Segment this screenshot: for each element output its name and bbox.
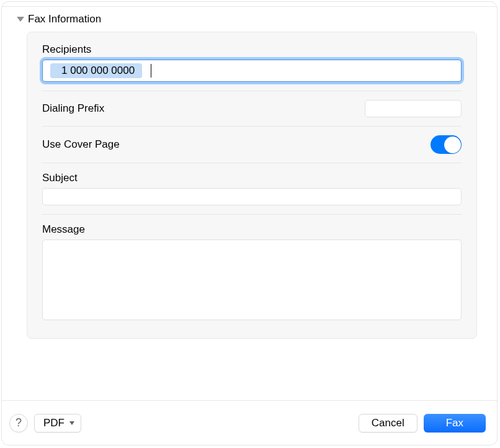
help-button[interactable]: ? [9, 414, 28, 432]
divider [42, 163, 462, 163]
fax-info-panel: Recipients 1 000 000 0000 Dialing Prefix… [27, 32, 477, 339]
message-textarea[interactable] [42, 240, 462, 320]
top-divider [2, 2, 497, 7]
chevron-down-icon [17, 17, 24, 22]
bottom-bar: ? PDF Cancel Fax [2, 400, 497, 445]
dialing-prefix-input[interactable] [365, 100, 462, 117]
recipient-token[interactable]: 1 000 000 0000 [50, 63, 142, 78]
chevron-down-icon [69, 421, 74, 425]
recipients-group: Recipients 1 000 000 0000 [42, 43, 462, 82]
section-header[interactable]: Fax Information [16, 13, 477, 25]
help-icon: ? [16, 416, 22, 429]
text-cursor [151, 64, 151, 78]
subject-label: Subject [42, 172, 462, 184]
content-area: Fax Information Recipients 1 000 000 000… [2, 7, 497, 400]
divider [42, 126, 462, 127]
toggle-knob [444, 137, 461, 153]
divider [42, 91, 462, 91]
recipients-input[interactable]: 1 000 000 0000 [42, 60, 462, 82]
message-group: Message [42, 223, 462, 323]
section-title: Fax Information [28, 13, 101, 25]
subject-group: Subject [42, 172, 462, 205]
cancel-label: Cancel [372, 417, 404, 429]
fax-label: Fax [446, 417, 463, 429]
pdf-label: PDF [43, 417, 65, 429]
pdf-menu-button[interactable]: PDF [34, 414, 81, 432]
subject-input[interactable] [42, 188, 462, 205]
cover-page-row: Use Cover Page [42, 135, 462, 154]
recipients-label: Recipients [42, 43, 462, 56]
cover-page-toggle[interactable] [431, 135, 462, 154]
fax-dialog: Fax Information Recipients 1 000 000 000… [1, 1, 498, 446]
cancel-button[interactable]: Cancel [359, 414, 417, 432]
dialing-prefix-label: Dialing Prefix [42, 102, 104, 115]
fax-button[interactable]: Fax [424, 414, 486, 432]
divider [42, 214, 462, 215]
message-label: Message [42, 223, 462, 236]
cover-page-label: Use Cover Page [42, 138, 120, 151]
dialing-prefix-row: Dialing Prefix [42, 100, 462, 117]
